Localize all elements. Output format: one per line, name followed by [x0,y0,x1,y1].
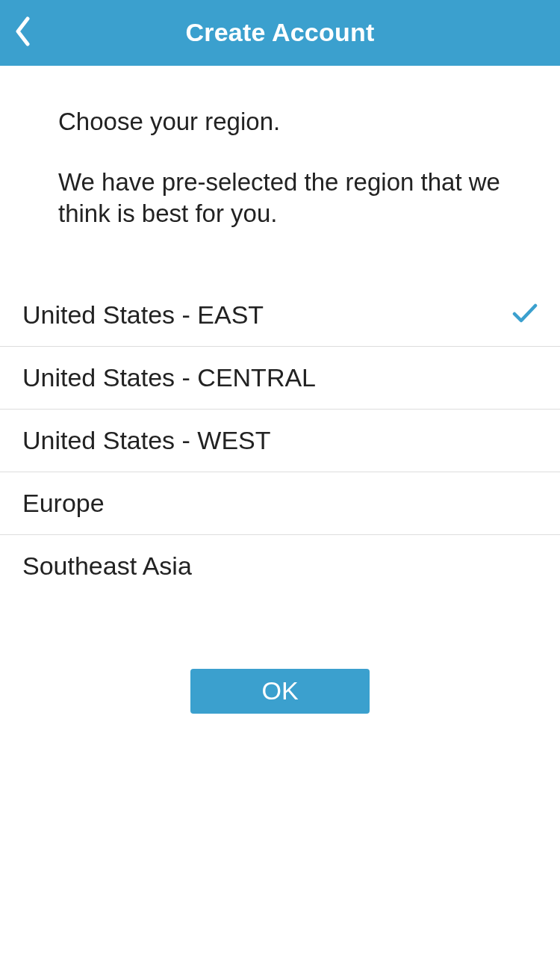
intro-subtext: We have pre-selected the region that we … [58,167,502,229]
check-icon [512,300,538,330]
intro-block: Choose your region. We have pre-selected… [0,66,560,259]
back-button[interactable] [0,0,45,66]
header: Create Account [0,0,560,66]
ok-button[interactable]: OK [190,669,370,714]
region-item-us-central[interactable]: United States - CENTRAL [0,347,560,410]
region-label: Europe [22,489,538,518]
region-item-europe[interactable]: Europe [0,472,560,535]
region-label: United States - EAST [22,300,512,330]
region-list: United States - EAST United States - CEN… [0,284,560,597]
region-item-us-west[interactable]: United States - WEST [0,410,560,472]
region-label: United States - CENTRAL [22,363,538,392]
ok-button-wrap: OK [0,669,560,714]
region-label: United States - WEST [22,426,538,455]
region-label: Southeast Asia [22,552,538,581]
region-item-southeast-asia[interactable]: Southeast Asia [0,535,560,597]
intro-heading: Choose your region. [58,106,502,137]
page-title: Create Account [0,18,560,47]
chevron-left-icon [14,16,31,49]
region-item-us-east[interactable]: United States - EAST [0,284,560,347]
